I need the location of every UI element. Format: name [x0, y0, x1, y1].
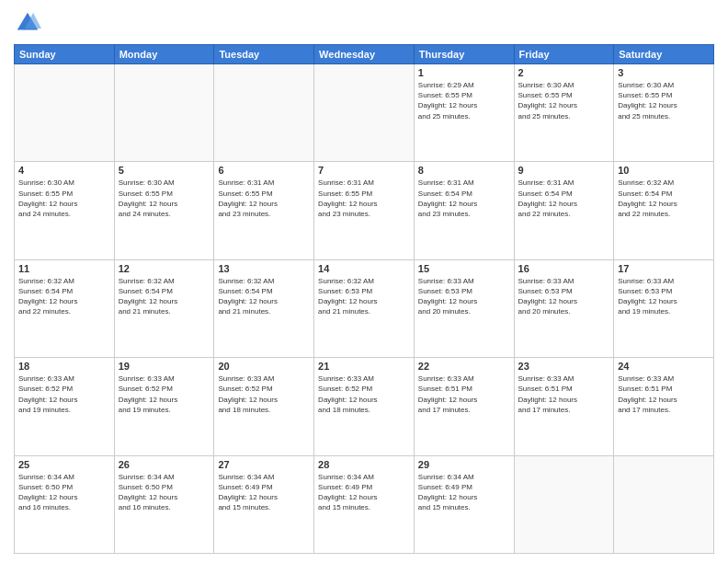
day-number: 2 [518, 67, 610, 78]
day-info: Sunrise: 6:34 AM Sunset: 6:50 PM Dayligh… [119, 472, 210, 513]
day-info: Sunrise: 6:33 AM Sunset: 6:53 PM Dayligh… [518, 276, 610, 317]
day-number: 7 [318, 165, 410, 176]
day-info: Sunrise: 6:33 AM Sunset: 6:53 PM Dayligh… [418, 276, 510, 317]
day-info: Sunrise: 6:30 AM Sunset: 6:55 PM Dayligh… [119, 178, 210, 219]
day-info: Sunrise: 6:33 AM Sunset: 6:52 PM Dayligh… [119, 373, 210, 415]
day-info: Sunrise: 6:30 AM Sunset: 6:55 PM Dayligh… [18, 178, 110, 219]
day-number: 23 [518, 361, 610, 372]
calendar-cell: 9Sunrise: 6:31 AM Sunset: 6:54 PM Daylig… [514, 162, 614, 259]
day-number: 18 [18, 361, 110, 372]
calendar-cell: 3Sunrise: 6:30 AM Sunset: 6:55 PM Daylig… [614, 64, 714, 162]
day-number: 9 [518, 165, 610, 176]
weekday-header-sunday: Sunday [15, 45, 115, 64]
calendar-cell: 21Sunrise: 6:33 AM Sunset: 6:52 PM Dayli… [314, 358, 415, 455]
weekday-header-thursday: Thursday [414, 45, 514, 64]
day-info: Sunrise: 6:31 AM Sunset: 6:55 PM Dayligh… [218, 178, 310, 219]
calendar-cell: 6Sunrise: 6:31 AM Sunset: 6:55 PM Daylig… [214, 162, 314, 259]
calendar-cell: 29Sunrise: 6:34 AM Sunset: 6:49 PM Dayli… [414, 455, 514, 553]
day-number: 17 [618, 263, 710, 274]
calendar-cell [214, 64, 314, 162]
weekday-header-monday: Monday [114, 45, 214, 64]
header [14, 9, 714, 37]
calendar-cell: 5Sunrise: 6:30 AM Sunset: 6:55 PM Daylig… [114, 162, 214, 259]
week-row-4: 18Sunrise: 6:33 AM Sunset: 6:52 PM Dayli… [15, 358, 714, 455]
calendar-cell: 26Sunrise: 6:34 AM Sunset: 6:50 PM Dayli… [114, 455, 214, 553]
day-info: Sunrise: 6:33 AM Sunset: 6:52 PM Dayligh… [18, 373, 110, 415]
day-number: 4 [18, 165, 110, 176]
day-number: 25 [18, 459, 110, 470]
day-number: 1 [418, 67, 510, 78]
day-info: Sunrise: 6:34 AM Sunset: 6:50 PM Dayligh… [18, 472, 110, 513]
day-info: Sunrise: 6:33 AM Sunset: 6:51 PM Dayligh… [618, 373, 710, 415]
calendar-cell: 20Sunrise: 6:33 AM Sunset: 6:52 PM Dayli… [214, 358, 314, 455]
day-number: 16 [518, 263, 610, 274]
calendar-cell: 1Sunrise: 6:29 AM Sunset: 6:55 PM Daylig… [414, 64, 514, 162]
logo [14, 9, 45, 37]
weekday-header-wednesday: Wednesday [314, 45, 415, 64]
day-number: 28 [318, 459, 410, 470]
weekday-header-tuesday: Tuesday [214, 45, 314, 64]
day-number: 26 [119, 459, 210, 470]
day-number: 19 [119, 361, 210, 372]
day-info: Sunrise: 6:33 AM Sunset: 6:52 PM Dayligh… [218, 373, 310, 415]
calendar-cell: 13Sunrise: 6:32 AM Sunset: 6:54 PM Dayli… [214, 259, 314, 357]
day-info: Sunrise: 6:34 AM Sunset: 6:49 PM Dayligh… [418, 472, 510, 513]
day-number: 12 [119, 263, 210, 274]
day-number: 20 [218, 361, 310, 372]
day-info: Sunrise: 6:32 AM Sunset: 6:54 PM Dayligh… [119, 276, 210, 317]
week-row-2: 4Sunrise: 6:30 AM Sunset: 6:55 PM Daylig… [15, 162, 714, 259]
calendar-cell [614, 455, 714, 553]
day-number: 24 [618, 361, 710, 372]
calendar-cell: 27Sunrise: 6:34 AM Sunset: 6:49 PM Dayli… [214, 455, 314, 553]
calendar-cell: 16Sunrise: 6:33 AM Sunset: 6:53 PM Dayli… [514, 259, 614, 357]
calendar-cell: 10Sunrise: 6:32 AM Sunset: 6:54 PM Dayli… [614, 162, 714, 259]
day-number: 13 [218, 263, 310, 274]
calendar-cell: 12Sunrise: 6:32 AM Sunset: 6:54 PM Dayli… [114, 259, 214, 357]
calendar-cell: 14Sunrise: 6:32 AM Sunset: 6:53 PM Dayli… [314, 259, 415, 357]
calendar-table: SundayMondayTuesdayWednesdayThursdayFrid… [14, 44, 714, 554]
calendar-cell: 11Sunrise: 6:32 AM Sunset: 6:54 PM Dayli… [15, 259, 115, 357]
day-info: Sunrise: 6:34 AM Sunset: 6:49 PM Dayligh… [218, 472, 310, 513]
day-info: Sunrise: 6:31 AM Sunset: 6:54 PM Dayligh… [418, 178, 510, 219]
calendar-cell [15, 64, 115, 162]
calendar-cell: 17Sunrise: 6:33 AM Sunset: 6:53 PM Dayli… [614, 259, 714, 357]
calendar-cell: 18Sunrise: 6:33 AM Sunset: 6:52 PM Dayli… [15, 358, 115, 455]
day-number: 29 [418, 459, 510, 470]
day-number: 15 [418, 263, 510, 274]
day-number: 3 [618, 67, 710, 78]
weekday-header-friday: Friday [514, 45, 614, 64]
day-info: Sunrise: 6:32 AM Sunset: 6:54 PM Dayligh… [18, 276, 110, 317]
day-info: Sunrise: 6:32 AM Sunset: 6:54 PM Dayligh… [618, 178, 710, 219]
day-number: 10 [618, 165, 710, 176]
calendar-cell: 28Sunrise: 6:34 AM Sunset: 6:49 PM Dayli… [314, 455, 415, 553]
day-info: Sunrise: 6:33 AM Sunset: 6:53 PM Dayligh… [618, 276, 710, 317]
calendar-cell: 23Sunrise: 6:33 AM Sunset: 6:51 PM Dayli… [514, 358, 614, 455]
day-info: Sunrise: 6:34 AM Sunset: 6:49 PM Dayligh… [318, 472, 410, 513]
calendar-cell: 7Sunrise: 6:31 AM Sunset: 6:55 PM Daylig… [314, 162, 415, 259]
day-number: 8 [418, 165, 510, 176]
calendar-cell: 22Sunrise: 6:33 AM Sunset: 6:51 PM Dayli… [414, 358, 514, 455]
day-info: Sunrise: 6:32 AM Sunset: 6:53 PM Dayligh… [318, 276, 410, 317]
calendar-cell: 15Sunrise: 6:33 AM Sunset: 6:53 PM Dayli… [414, 259, 514, 357]
day-number: 27 [218, 459, 310, 470]
weekday-header-saturday: Saturday [614, 45, 714, 64]
calendar-cell [114, 64, 214, 162]
calendar-cell: 2Sunrise: 6:30 AM Sunset: 6:55 PM Daylig… [514, 64, 614, 162]
calendar-cell [314, 64, 415, 162]
day-info: Sunrise: 6:32 AM Sunset: 6:54 PM Dayligh… [218, 276, 310, 317]
weekday-header-row: SundayMondayTuesdayWednesdayThursdayFrid… [15, 45, 714, 64]
calendar-cell: 4Sunrise: 6:30 AM Sunset: 6:55 PM Daylig… [15, 162, 115, 259]
day-info: Sunrise: 6:30 AM Sunset: 6:55 PM Dayligh… [518, 80, 610, 121]
week-row-1: 1Sunrise: 6:29 AM Sunset: 6:55 PM Daylig… [15, 64, 714, 162]
day-info: Sunrise: 6:30 AM Sunset: 6:55 PM Dayligh… [618, 80, 710, 121]
day-number: 11 [18, 263, 110, 274]
day-info: Sunrise: 6:31 AM Sunset: 6:55 PM Dayligh… [318, 178, 410, 219]
calendar-cell: 8Sunrise: 6:31 AM Sunset: 6:54 PM Daylig… [414, 162, 514, 259]
calendar-cell: 25Sunrise: 6:34 AM Sunset: 6:50 PM Dayli… [15, 455, 115, 553]
page: SundayMondayTuesdayWednesdayThursdayFrid… [0, 0, 728, 563]
day-number: 22 [418, 361, 510, 372]
day-number: 6 [218, 165, 310, 176]
day-info: Sunrise: 6:29 AM Sunset: 6:55 PM Dayligh… [418, 80, 510, 121]
calendar-cell [514, 455, 614, 553]
day-info: Sunrise: 6:33 AM Sunset: 6:51 PM Dayligh… [418, 373, 510, 415]
